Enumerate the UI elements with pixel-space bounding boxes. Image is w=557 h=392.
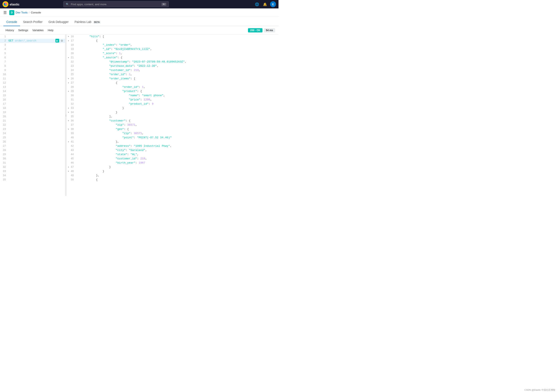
- top-nav: elastic 🔍 Find apps, content, and more. …: [0, 0, 278, 8]
- pane-resizer[interactable]: [65, 34, 66, 196]
- json-token: "customer_id": [109, 69, 131, 72]
- json-token: ,: [139, 69, 140, 72]
- output-line-content-48: }: [75, 169, 278, 174]
- output-line-content-49: },: [75, 174, 278, 178]
- editor-line-1: 1: [0, 34, 65, 39]
- output-line-num-43: 43: [66, 148, 75, 152]
- editor-line-11: 11: [0, 77, 65, 81]
- output-line-content-44: "state": "AL",: [75, 152, 278, 157]
- fold-indicator[interactable]: ▾: [68, 166, 69, 168]
- settings-button[interactable]: Settings: [16, 27, 30, 33]
- editor-line-20: 20: [0, 114, 65, 119]
- json-token: :: [140, 98, 144, 101]
- output-line-content-18: "_index": "order",: [75, 43, 278, 47]
- json-token: "2023-07-25T09:59:48.018965263Z": [132, 60, 185, 63]
- json-token: "address": [116, 144, 131, 148]
- output-line-content-29: "product": {: [75, 89, 278, 94]
- editor-line-33: 33: [0, 169, 65, 174]
- json-token: :: [139, 86, 142, 89]
- output-line-num-40: 40: [66, 136, 75, 140]
- json-token: :: [126, 149, 129, 152]
- output-line-37: 37 "zip": 36571,: [66, 123, 278, 127]
- line-2-actions: ▶ ⚙: [55, 39, 65, 42]
- fold-indicator[interactable]: ▾: [68, 40, 69, 42]
- fold-indicator[interactable]: ▾: [68, 78, 69, 80]
- editor-line-19: 19: [0, 110, 65, 114]
- json-token: :: [127, 153, 131, 156]
- editor-container: 1 2 GET order/_search ▶ ⚙ 3 4 5 6 7 8 9 …: [0, 34, 278, 196]
- json-token: : [: [131, 77, 135, 80]
- output-line-num-45: 45: [66, 157, 75, 161]
- output-line-41: ▾ 41 },: [66, 140, 278, 144]
- json-token: "geo": [116, 128, 124, 131]
- json-token: {: [96, 178, 98, 181]
- editor-line-26: 26: [0, 140, 65, 144]
- output-line-content-27: {: [75, 81, 278, 85]
- output-line-22: 22 "@timestamp": "2023-07-25T09:59:48.01…: [66, 60, 278, 64]
- run-button[interactable]: ▶: [55, 39, 59, 42]
- output-line-26: ▾ 26 "order_items": [: [66, 77, 278, 81]
- help-button[interactable]: Help: [46, 27, 56, 33]
- output-line-49: 49 },: [66, 174, 278, 178]
- fold-indicator[interactable]: ▾: [68, 111, 69, 114]
- editor-pane[interactable]: 1 2 GET order/_search ▶ ⚙ 3 4 5 6 7 8 9 …: [0, 34, 65, 196]
- json-token: 36571: [127, 123, 135, 127]
- json-token: "name": [129, 94, 139, 97]
- tab-console[interactable]: Console: [3, 18, 20, 26]
- json-token: ,: [142, 132, 144, 135]
- json-token: "price": [129, 98, 140, 101]
- json-token: 219: [140, 157, 145, 160]
- user-avatar-button[interactable]: E: [270, 1, 276, 7]
- breadcrumb-console: Console: [31, 11, 41, 14]
- output-line-18: 18 "_index": "order",: [66, 43, 278, 47]
- search-shortcut: ⌘/: [161, 3, 166, 6]
- json-token: "_id": [103, 48, 111, 51]
- variables-button[interactable]: Variables: [30, 27, 46, 33]
- output-line-content-39: "zip": 36571,: [75, 131, 278, 136]
- wrench-button[interactable]: ⚙: [60, 39, 64, 42]
- breadcrumb-separator: /: [29, 11, 30, 14]
- fold-indicator[interactable]: ▾: [68, 90, 69, 93]
- output-line-content-34: }: [75, 110, 278, 114]
- fold-indicator[interactable]: ▾: [68, 107, 69, 110]
- json-token: :: [131, 69, 134, 72]
- breadcrumb-dev-tools[interactable]: Dev Tools: [16, 11, 28, 14]
- elastic-logo[interactable]: elastic: [2, 1, 20, 7]
- json-token: "customer_id": [116, 157, 137, 160]
- line-content-2[interactable]: GET order/_search: [8, 39, 55, 43]
- output-line-17: ▾ 17 {: [66, 39, 278, 43]
- global-search-bar[interactable]: 🔍 Find apps, content, and more. ⌘/: [63, 1, 169, 7]
- tab-grok-debugger[interactable]: Grok Debugger: [46, 18, 72, 26]
- tab-painless-lab[interactable]: Painless Lab BETA: [72, 18, 104, 26]
- output-line-20: 20 "_score": 1,: [66, 51, 278, 56]
- output-line-content-38: "geo": {: [75, 127, 278, 131]
- fold-indicator[interactable]: ▾: [68, 35, 69, 38]
- editor-line-30: 30: [0, 157, 65, 161]
- json-token: "POINT(-87.52 34.46)": [137, 136, 172, 139]
- output-line-content-31: "price": 1200,: [75, 98, 278, 102]
- json-token: ,: [163, 94, 165, 97]
- fold-indicator[interactable]: ▾: [68, 141, 69, 143]
- tab-search-profiler[interactable]: Search Profiler: [20, 18, 46, 26]
- notifications-icon-button[interactable]: 🔔: [262, 1, 268, 7]
- output-line-content-47: }: [75, 165, 278, 169]
- fold-indicator[interactable]: ▾: [68, 120, 69, 122]
- fold-indicator[interactable]: ▾: [68, 128, 69, 130]
- output-line-33: ▾ 33 }: [66, 106, 278, 110]
- json-token: },: [116, 140, 119, 143]
- fold-indicator[interactable]: ▾: [68, 170, 69, 173]
- fold-indicator[interactable]: ▾: [68, 82, 69, 84]
- output-pane[interactable]: ▾ 16 "hits": [▾ 17 {18 "_index": "order"…: [66, 34, 278, 196]
- output-line-25: 25 "order_id": 1,: [66, 72, 278, 77]
- editor-line-28: 28: [0, 148, 65, 152]
- output-line-num-30: 30: [66, 94, 75, 98]
- hamburger-menu-icon[interactable]: ☰: [3, 10, 7, 15]
- output-line-19: 19 "_id": "0zx9jIkBPXkV7rk_llIZ",: [66, 47, 278, 51]
- news-icon-button[interactable]: 🌐: [254, 1, 260, 7]
- output-line-content-26: "order_items": [: [75, 77, 278, 81]
- fold-indicator[interactable]: ▾: [68, 56, 69, 59]
- history-button[interactable]: History: [3, 27, 16, 33]
- json-token: 9: [152, 102, 154, 105]
- json-token: ,: [157, 64, 158, 68]
- output-line-46: 46 "birth_year": 1967: [66, 161, 278, 165]
